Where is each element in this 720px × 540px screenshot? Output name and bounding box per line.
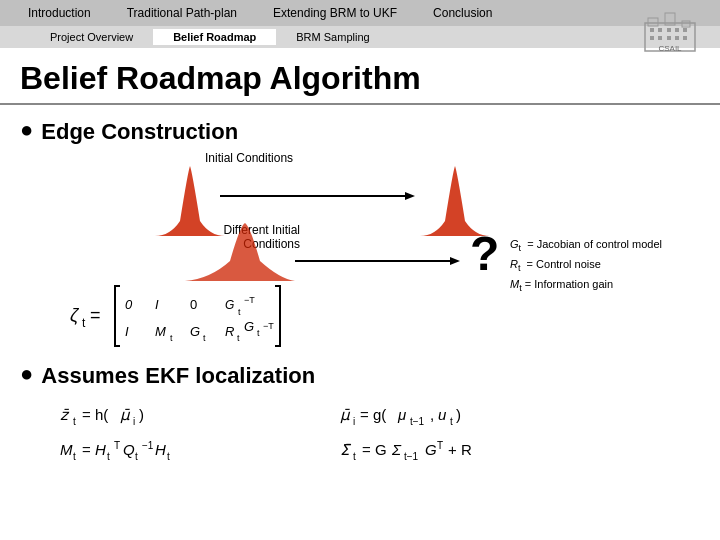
svg-rect-6 [667,28,671,32]
svg-rect-11 [667,36,671,40]
bottom-formulas-svg: z̄ t = h( μ̄ i ) μ̄ i = g( μ t−1 , u t )… [60,395,700,475]
legend-area: Gt = Jacobian of control model Rt = Cont… [510,236,662,296]
svg-text:t−1: t−1 [410,416,425,427]
nav-traditional[interactable]: Traditional Path-plan [109,3,255,23]
svg-text:i: i [133,416,135,427]
svg-marker-16 [405,192,415,200]
svg-text:−1: −1 [142,440,154,451]
svg-text:= h(: = h( [82,406,108,423]
svg-text:t: t [107,451,110,462]
bullet-dot-2: ● [20,361,33,387]
question-mark: ? [470,226,499,281]
subnav-belief[interactable]: Belief Roadmap [153,29,276,45]
svg-text:t: t [237,333,240,343]
arrow-different [295,251,465,271]
svg-rect-7 [675,28,679,32]
svg-text:−T: −T [263,321,274,331]
svg-text:H: H [95,441,106,458]
svg-text:= G: = G [362,441,387,458]
svg-text:μ̄: μ̄ [340,406,351,424]
svg-text:I: I [125,324,129,339]
bullet-ekf: ● Assumes EKF localization [20,363,700,389]
svg-text:+ R: + R [448,441,472,458]
svg-rect-13 [683,36,687,40]
svg-text:t: t [257,328,260,338]
ekf-label: Assumes EKF localization [41,363,315,389]
svg-text:t: t [203,333,206,343]
svg-text:= g(: = g( [360,406,386,423]
arrow-initial [220,186,420,206]
svg-rect-8 [683,28,687,32]
svg-text:T: T [437,440,443,451]
svg-text:T: T [114,440,120,451]
bullet-edge: ● Edge Construction [20,119,700,145]
svg-text:t: t [82,316,86,330]
svg-text:): ) [456,406,461,423]
svg-text:Σ: Σ [391,441,402,458]
nav-introduction[interactable]: Introduction [10,3,109,23]
svg-text:G: G [244,319,254,334]
nav-conclusion[interactable]: Conclusion [415,3,510,23]
svg-text:=: = [82,441,91,458]
legend-item-G: Gt = Jacobian of control model [510,236,662,256]
page-title: Belief Roadmap Algorithm [0,48,720,105]
nav-bar: Introduction Traditional Path-plan Exten… [0,0,720,26]
svg-text:M: M [60,441,73,458]
svg-text:z̄: z̄ [60,406,70,423]
svg-rect-4 [650,28,654,32]
svg-text:t−1: t−1 [404,451,419,462]
svg-text:μ̄: μ̄ [120,406,131,424]
subnav-sampling[interactable]: BRM Sampling [276,29,389,45]
svg-text:G: G [425,441,437,458]
svg-text:Q: Q [123,441,135,458]
svg-text:μ: μ [397,406,406,423]
svg-text:,: , [430,406,434,423]
diagram-area: Initial Conditions Different InitialCond… [50,151,700,311]
svg-text:t: t [170,333,173,343]
subnav-overview[interactable]: Project Overview [30,29,153,45]
legend-item-M: Mt = Information gain [510,276,662,296]
svg-marker-18 [450,257,460,265]
bell-curve-different [180,221,300,286]
bullet-dot-1: ● [20,117,33,143]
svg-rect-1 [648,18,658,26]
svg-text:): ) [139,406,144,423]
svg-rect-10 [658,36,662,40]
svg-text:t: t [135,451,138,462]
svg-rect-12 [675,36,679,40]
svg-text:H: H [155,441,166,458]
content-area: ● Edge Construction Initial Conditions [0,115,720,483]
svg-text:Σ̄: Σ̄ [340,441,352,458]
edge-construction-label: Edge Construction [41,119,238,145]
svg-text:t: t [167,451,170,462]
svg-text:u: u [438,406,447,423]
svg-rect-9 [650,36,654,40]
svg-text:G: G [190,324,200,339]
svg-rect-5 [658,28,662,32]
bottom-formulas: z̄ t = h( μ̄ i ) μ̄ i = g( μ t−1 , u t )… [60,395,700,479]
svg-text:M: M [155,324,166,339]
svg-rect-3 [682,21,690,27]
csail-building-icon: CSAIL [640,3,700,53]
subnav-bar: Project Overview Belief Roadmap BRM Samp… [0,26,720,48]
svg-text:t: t [73,451,76,462]
svg-text:i: i [353,416,355,427]
nav-extending[interactable]: Extending BRM to UKF [255,3,415,23]
svg-text:R: R [225,324,234,339]
svg-text:CSAIL: CSAIL [658,44,682,53]
svg-text:t: t [450,416,453,427]
legend-item-R: Rt = Control noise [510,256,662,276]
csail-logo: CSAIL [630,0,710,55]
svg-text:t: t [73,416,76,427]
svg-text:t: t [353,451,356,462]
